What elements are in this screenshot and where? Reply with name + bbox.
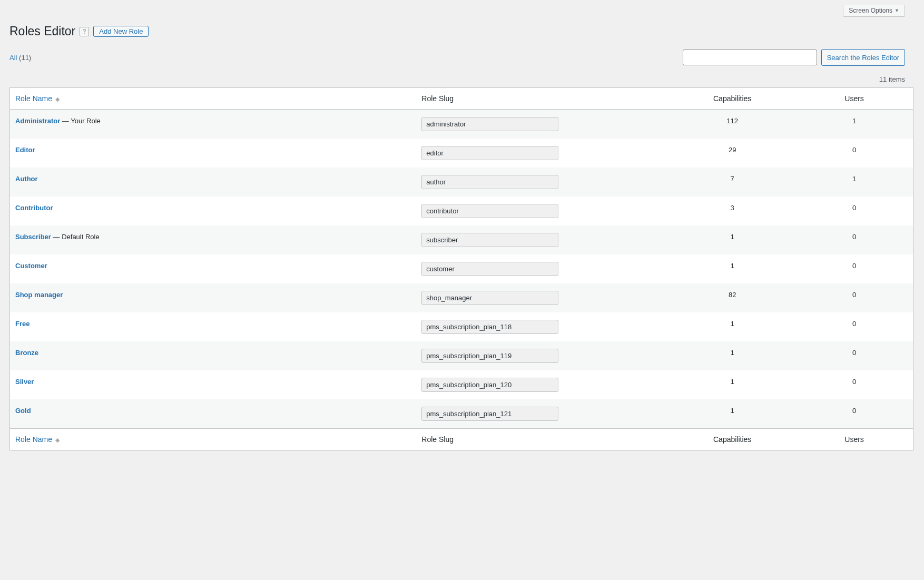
role-name-link[interactable]: Customer (15, 262, 47, 270)
role-slug-input[interactable] (421, 204, 558, 218)
cell-role-name: Customer (10, 254, 416, 283)
cell-role-slug (416, 139, 669, 168)
table-row: Bronze10 (10, 341, 913, 370)
col-footer-name[interactable]: Role Name ◆ (10, 428, 416, 450)
filter-search-row: All (11) Search the Roles Editor (1, 49, 913, 66)
search-button[interactable]: Search the Roles Editor (821, 49, 905, 66)
col-footer-users: Users (795, 428, 913, 450)
sort-icon: ◆ (55, 96, 60, 102)
cell-role-slug (416, 168, 669, 196)
cell-role-slug (416, 196, 669, 225)
cell-users: 0 (795, 283, 913, 312)
role-slug-input[interactable] (421, 233, 558, 247)
role-slug-input[interactable] (421, 320, 558, 334)
role-name-link[interactable]: Free (15, 320, 30, 328)
col-footer-name-label: Role Name (15, 435, 52, 444)
cell-role-name: Editor (10, 139, 416, 168)
table-row: Gold10 (10, 399, 913, 428)
table-row: Subscriber — Default Role10 (10, 225, 913, 254)
sort-icon: ◆ (55, 437, 60, 443)
search-input[interactable] (683, 50, 817, 65)
cell-role-name: Administrator — Your Role (10, 110, 416, 139)
table-row: Administrator — Your Role1121 (10, 110, 913, 139)
cell-capabilities: 1 (669, 399, 795, 428)
cell-users: 1 (795, 168, 913, 196)
table-row: Author71 (10, 168, 913, 196)
top-bar: Screen Options ▼ (1, 5, 913, 17)
screen-options-toggle[interactable]: Screen Options ▼ (843, 5, 905, 17)
page-header: Roles Editor ? Add New Role (1, 22, 913, 49)
table-header-row: Role Name ◆ Role Slug Capabilities Users (10, 88, 913, 110)
cell-users: 0 (795, 254, 913, 283)
cell-role-name: Bronze (10, 341, 416, 370)
role-name-link[interactable]: Silver (15, 378, 34, 386)
role-slug-input[interactable] (421, 262, 558, 276)
role-slug-input[interactable] (421, 117, 558, 131)
table-row: Free10 (10, 312, 913, 341)
cell-role-name: Author (10, 168, 416, 196)
tablenav-top: 11 items (1, 75, 913, 87)
filter-links: All (11) (9, 54, 31, 62)
cell-users: 0 (795, 370, 913, 399)
role-name-link[interactable]: Administrator (15, 117, 60, 125)
cell-role-slug (416, 312, 669, 341)
role-name-link[interactable]: Subscriber (15, 233, 51, 241)
role-name-link[interactable]: Bronze (15, 349, 38, 357)
role-name-link[interactable]: Gold (15, 407, 31, 415)
cell-role-slug (416, 283, 669, 312)
cell-capabilities: 3 (669, 196, 795, 225)
filter-all-link[interactable]: All (9, 54, 17, 62)
role-name-link[interactable]: Shop manager (15, 291, 63, 299)
cell-users: 0 (795, 225, 913, 254)
role-slug-input[interactable] (421, 146, 558, 160)
chevron-down-icon: ▼ (894, 8, 899, 13)
table-row: Contributor30 (10, 196, 913, 225)
cell-users: 0 (795, 139, 913, 168)
role-slug-input[interactable] (421, 378, 558, 392)
roles-table: Role Name ◆ Role Slug Capabilities Users… (9, 87, 913, 450)
filter-all-count: (11) (19, 54, 31, 62)
add-new-role-button[interactable]: Add New Role (93, 26, 149, 37)
role-name-link[interactable]: Contributor (15, 204, 53, 212)
cell-users: 0 (795, 312, 913, 341)
cell-role-name: Shop manager (10, 283, 416, 312)
cell-role-slug (416, 341, 669, 370)
col-footer-slug: Role Slug (416, 428, 669, 450)
col-footer-caps: Capabilities (669, 428, 795, 450)
role-slug-input[interactable] (421, 175, 558, 189)
cell-role-slug (416, 399, 669, 428)
role-note: — Your Role (60, 117, 101, 125)
col-header-slug: Role Slug (416, 88, 669, 110)
cell-role-name: Contributor (10, 196, 416, 225)
cell-capabilities: 29 (669, 139, 795, 168)
role-slug-input[interactable] (421, 407, 558, 421)
search-area: Search the Roles Editor (683, 49, 905, 66)
col-header-users: Users (795, 88, 913, 110)
cell-role-name: Silver (10, 370, 416, 399)
page-wrap: Screen Options ▼ Roles Editor ? Add New … (0, 0, 924, 466)
items-count: 11 items (879, 75, 905, 83)
cell-role-slug (416, 254, 669, 283)
cell-capabilities: 112 (669, 110, 795, 139)
cell-role-name: Gold (10, 399, 416, 428)
role-name-link[interactable]: Author (15, 175, 38, 183)
cell-role-name: Free (10, 312, 416, 341)
roles-tbody: Administrator — Your Role1121Editor290Au… (10, 110, 913, 428)
page-title: Roles Editor (9, 24, 75, 38)
table-row: Shop manager820 (10, 283, 913, 312)
cell-capabilities: 1 (669, 341, 795, 370)
screen-options-label: Screen Options (849, 7, 892, 14)
table-row: Customer10 (10, 254, 913, 283)
table-row: Editor290 (10, 139, 913, 168)
help-icon[interactable]: ? (80, 27, 89, 36)
col-header-name[interactable]: Role Name ◆ (10, 88, 416, 110)
role-slug-input[interactable] (421, 291, 558, 305)
role-name-link[interactable]: Editor (15, 146, 35, 154)
cell-capabilities: 1 (669, 254, 795, 283)
cell-role-slug (416, 370, 669, 399)
col-header-name-label: Role Name (15, 94, 52, 103)
cell-capabilities: 82 (669, 283, 795, 312)
role-slug-input[interactable] (421, 349, 558, 363)
cell-role-name: Subscriber — Default Role (10, 225, 416, 254)
cell-capabilities: 7 (669, 168, 795, 196)
